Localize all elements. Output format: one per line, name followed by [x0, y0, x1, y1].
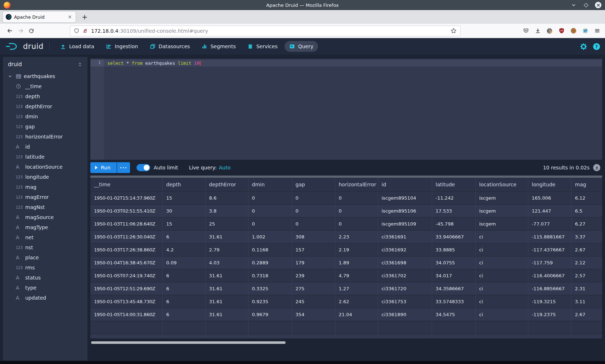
- table-cell[interactable]: 1950-01-05T07:24:19.740Z: [90, 269, 162, 282]
- back-icon[interactable]: [4, 26, 15, 36]
- table-cell[interactable]: 1950-01-05T12:51:29.690Z: [90, 282, 162, 295]
- table-cell[interactable]: 6: [162, 295, 205, 308]
- table-cell[interactable]: 275: [292, 282, 335, 295]
- column-header-dmin[interactable]: dmin: [248, 178, 292, 191]
- live-query-value[interactable]: Auto: [219, 165, 231, 170]
- table-cell[interactable]: iscgem895106: [378, 204, 432, 217]
- table-cell[interactable]: 0.09: [162, 256, 205, 269]
- table-cell[interactable]: 0.7318: [248, 269, 292, 282]
- menu-hamburger-icon[interactable]: [593, 27, 601, 35]
- forward-icon[interactable]: [15, 26, 26, 36]
- table-cell[interactable]: 1950-01-03T11:26:30.040Z: [90, 230, 162, 243]
- schema-column-rms[interactable]: 123rms: [3, 263, 88, 273]
- table-cell[interactable]: ci3361702: [378, 269, 432, 282]
- table-cell[interactable]: 17.533: [432, 204, 475, 217]
- column-header-gap[interactable]: gap: [292, 178, 335, 191]
- window-minimize-icon[interactable]: [570, 2, 577, 8]
- column-header-horizontalError[interactable]: horizontalError: [335, 178, 378, 191]
- nav-load-data[interactable]: Load data: [55, 41, 99, 52]
- schema-column-status[interactable]: Astatus: [3, 273, 88, 283]
- table-cell[interactable]: -119.2375: [528, 308, 571, 321]
- run-button[interactable]: Run: [90, 162, 117, 173]
- editor-code-area[interactable]: select * from earthquakes limit 10: [104, 59, 602, 160]
- table-cell[interactable]: 34.017: [432, 269, 475, 282]
- column-header-__time[interactable]: __time: [90, 178, 162, 191]
- table-cell[interactable]: 8.6: [205, 191, 248, 204]
- table-cell[interactable]: -115.8881667: [528, 230, 571, 243]
- table-cell[interactable]: 157: [292, 243, 335, 256]
- download-results-icon[interactable]: [593, 164, 600, 171]
- new-tab-button[interactable]: +: [79, 12, 90, 22]
- table-cell[interactable]: 1950-01-03T02:51:55.410Z: [90, 204, 162, 217]
- table-cell[interactable]: 1950-01-04T16:38:45.670Z: [90, 256, 162, 269]
- schema-column-nst[interactable]: 123nst: [3, 242, 88, 252]
- table-cell[interactable]: ci3361692: [378, 243, 432, 256]
- schema-column-locationSource[interactable]: AlocationSource: [3, 162, 88, 172]
- schema-column-gap[interactable]: 123gap: [3, 122, 88, 132]
- column-header-locationSource[interactable]: locationSource: [475, 178, 528, 191]
- table-cell[interactable]: 0: [292, 204, 335, 217]
- table-cell[interactable]: 1950-01-05T14:00:31.860Z: [90, 308, 162, 321]
- table-cell[interactable]: 31.61: [205, 308, 248, 321]
- table-cell[interactable]: 31.61: [205, 269, 248, 282]
- table-cell[interactable]: ci3361691: [378, 230, 432, 243]
- table-cell[interactable]: -45.798: [432, 217, 475, 230]
- table-cell[interactable]: 2.12: [571, 256, 602, 269]
- window-close-icon[interactable]: [595, 2, 601, 8]
- table-cell[interactable]: ci: [475, 282, 528, 295]
- table-cell[interactable]: 3.8: [205, 204, 248, 217]
- schema-column-magSource[interactable]: AmagSource: [3, 212, 88, 222]
- table-cell[interactable]: ci: [475, 295, 528, 308]
- column-header-longitude[interactable]: longitude: [528, 178, 571, 191]
- table-cell[interactable]: -119.3215: [528, 295, 571, 308]
- table-cell[interactable]: 1.002: [248, 230, 292, 243]
- table-cell[interactable]: 121.447: [528, 204, 571, 217]
- table-cell[interactable]: -116.4006667: [528, 269, 571, 282]
- nav-services[interactable]: Services: [243, 41, 282, 52]
- table-cell[interactable]: 245: [292, 295, 335, 308]
- schema-column-dmin[interactable]: 123dmin: [3, 112, 88, 122]
- table-cell[interactable]: iscgem895104: [378, 191, 432, 204]
- table-cell[interactable]: 4.2: [162, 243, 205, 256]
- table-cell[interactable]: iscgem895109: [378, 217, 432, 230]
- schema-column-depth[interactable]: 123depth: [3, 91, 88, 101]
- table-cell[interactable]: 0: [292, 217, 335, 230]
- table-cell[interactable]: 31.61: [205, 295, 248, 308]
- table-cell[interactable]: 2.23: [335, 230, 378, 243]
- schema-column-magError[interactable]: 123magError: [3, 192, 88, 202]
- table-cell[interactable]: 6.27: [571, 217, 602, 230]
- chevron-down-icon[interactable]: [7, 73, 13, 79]
- schema-column-mag[interactable]: 123mag: [3, 182, 88, 192]
- table-cell[interactable]: 31.61: [205, 282, 248, 295]
- schema-column-magNst[interactable]: 123magNst: [3, 202, 88, 212]
- settings-gear-icon[interactable]: [580, 43, 587, 50]
- downloads-icon[interactable]: [534, 27, 541, 35]
- table-cell[interactable]: 0.2889: [248, 256, 292, 269]
- help-icon[interactable]: ?: [593, 43, 600, 50]
- url-bar[interactable]: 172.18.0.4:30109/unified-console.html#qu…: [70, 26, 461, 36]
- table-cell[interactable]: ci: [475, 256, 528, 269]
- table-cell[interactable]: 0.1168: [248, 243, 292, 256]
- run-more-button[interactable]: •••: [117, 162, 130, 173]
- nav-query[interactable]: Query: [284, 41, 318, 52]
- table-cell[interactable]: 0: [248, 191, 292, 204]
- table-cell[interactable]: 1950-01-03T11:06:28.640Z: [90, 217, 162, 230]
- table-cell[interactable]: 1.27: [335, 282, 378, 295]
- bookmark-star-icon[interactable]: [451, 28, 457, 34]
- table-cell[interactable]: 1950-01-03T17:26:38.860Z: [90, 243, 162, 256]
- table-cell[interactable]: iscgem: [475, 217, 528, 230]
- table-cell[interactable]: -11.242: [432, 191, 475, 204]
- table-cell[interactable]: ci3361890: [378, 308, 432, 321]
- table-cell[interactable]: 1.89: [335, 256, 378, 269]
- table-cell[interactable]: ci3361698: [378, 256, 432, 269]
- schema-column-latitude[interactable]: 123latitude: [3, 152, 88, 162]
- table-cell[interactable]: 6: [162, 269, 205, 282]
- account-extension-icon[interactable]: [546, 27, 553, 35]
- table-cell[interactable]: 2.67: [571, 243, 602, 256]
- table-cell[interactable]: 33.8885: [432, 243, 475, 256]
- insecure-lock-icon[interactable]: [82, 28, 88, 33]
- table-cell[interactable]: 34.5475: [432, 308, 475, 321]
- table-cell[interactable]: 6.5: [571, 204, 602, 217]
- table-cell[interactable]: 3.11: [571, 295, 602, 308]
- sql-editor[interactable]: 1 select * from earthquakes limit 10: [90, 59, 602, 160]
